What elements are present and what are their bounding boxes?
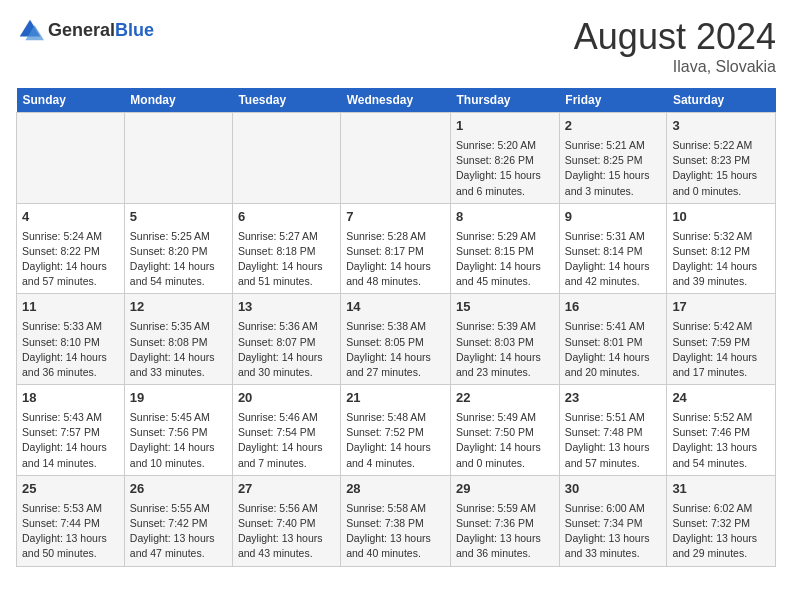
cell-content-line: Sunrise: 5:52 AM bbox=[672, 410, 770, 425]
day-number: 9 bbox=[565, 208, 662, 227]
cell-content-line: Sunrise: 5:33 AM bbox=[22, 319, 119, 334]
weekday-header-row: SundayMondayTuesdayWednesdayThursdayFrid… bbox=[17, 88, 776, 113]
cell-content-line: Sunset: 7:59 PM bbox=[672, 335, 770, 350]
cell-content-line: Daylight: 14 hours bbox=[130, 259, 227, 274]
cell-content-line: and 57 minutes. bbox=[565, 456, 662, 471]
day-number: 8 bbox=[456, 208, 554, 227]
calendar-cell: 7Sunrise: 5:28 AMSunset: 8:17 PMDaylight… bbox=[341, 203, 451, 294]
calendar-cell: 21Sunrise: 5:48 AMSunset: 7:52 PMDayligh… bbox=[341, 385, 451, 476]
calendar-cell: 8Sunrise: 5:29 AMSunset: 8:15 PMDaylight… bbox=[451, 203, 560, 294]
cell-content-line: Daylight: 14 hours bbox=[346, 350, 445, 365]
day-number: 19 bbox=[130, 389, 227, 408]
cell-content-line: and 51 minutes. bbox=[238, 274, 335, 289]
day-number: 5 bbox=[130, 208, 227, 227]
cell-content-line: Sunrise: 5:43 AM bbox=[22, 410, 119, 425]
cell-content-line: Daylight: 13 hours bbox=[672, 440, 770, 455]
calendar-cell bbox=[341, 113, 451, 204]
cell-content-line: Sunrise: 5:58 AM bbox=[346, 501, 445, 516]
calendar-cell: 13Sunrise: 5:36 AMSunset: 8:07 PMDayligh… bbox=[232, 294, 340, 385]
cell-content-line: and 10 minutes. bbox=[130, 456, 227, 471]
calendar-cell: 17Sunrise: 5:42 AMSunset: 7:59 PMDayligh… bbox=[667, 294, 776, 385]
cell-content-line: Sunset: 7:54 PM bbox=[238, 425, 335, 440]
cell-content-line: and 33 minutes. bbox=[130, 365, 227, 380]
cell-content-line: Sunset: 8:03 PM bbox=[456, 335, 554, 350]
logo-icon bbox=[16, 16, 44, 44]
cell-content-line: Daylight: 13 hours bbox=[238, 531, 335, 546]
cell-content-line: Sunrise: 5:27 AM bbox=[238, 229, 335, 244]
cell-content-line: and 7 minutes. bbox=[238, 456, 335, 471]
day-number: 14 bbox=[346, 298, 445, 317]
weekday-header-sunday: Sunday bbox=[17, 88, 125, 113]
cell-content-line: Sunset: 8:17 PM bbox=[346, 244, 445, 259]
cell-content-line: Daylight: 14 hours bbox=[672, 350, 770, 365]
cell-content-line: Sunrise: 5:31 AM bbox=[565, 229, 662, 244]
cell-content-line: Sunset: 8:10 PM bbox=[22, 335, 119, 350]
cell-content-line: Sunset: 8:22 PM bbox=[22, 244, 119, 259]
cell-content-line: Daylight: 14 hours bbox=[130, 440, 227, 455]
cell-content-line: Sunset: 8:05 PM bbox=[346, 335, 445, 350]
cell-content-line: and 27 minutes. bbox=[346, 365, 445, 380]
cell-content-line: and 50 minutes. bbox=[22, 546, 119, 561]
cell-content-line: and 48 minutes. bbox=[346, 274, 445, 289]
cell-content-line: Sunrise: 5:38 AM bbox=[346, 319, 445, 334]
day-number: 4 bbox=[22, 208, 119, 227]
day-number: 18 bbox=[22, 389, 119, 408]
day-number: 30 bbox=[565, 480, 662, 499]
cell-content-line: Sunset: 7:34 PM bbox=[565, 516, 662, 531]
cell-content-line: Sunset: 7:46 PM bbox=[672, 425, 770, 440]
day-number: 22 bbox=[456, 389, 554, 408]
cell-content-line: Sunrise: 5:55 AM bbox=[130, 501, 227, 516]
cell-content-line: Daylight: 14 hours bbox=[238, 350, 335, 365]
cell-content-line: Sunset: 8:20 PM bbox=[130, 244, 227, 259]
cell-content-line: and 54 minutes. bbox=[672, 456, 770, 471]
cell-content-line: Sunrise: 5:21 AM bbox=[565, 138, 662, 153]
cell-content-line: Sunrise: 5:39 AM bbox=[456, 319, 554, 334]
day-number: 1 bbox=[456, 117, 554, 136]
cell-content-line: and 36 minutes. bbox=[22, 365, 119, 380]
cell-content-line: Sunrise: 5:53 AM bbox=[22, 501, 119, 516]
cell-content-line: and 45 minutes. bbox=[456, 274, 554, 289]
cell-content-line: Sunrise: 5:28 AM bbox=[346, 229, 445, 244]
day-number: 13 bbox=[238, 298, 335, 317]
calendar-cell: 3Sunrise: 5:22 AMSunset: 8:23 PMDaylight… bbox=[667, 113, 776, 204]
cell-content-line: Sunrise: 5:45 AM bbox=[130, 410, 227, 425]
cell-content-line: Daylight: 13 hours bbox=[22, 531, 119, 546]
calendar-cell: 19Sunrise: 5:45 AMSunset: 7:56 PMDayligh… bbox=[124, 385, 232, 476]
cell-content-line: Sunset: 7:42 PM bbox=[130, 516, 227, 531]
cell-content-line: Sunset: 8:12 PM bbox=[672, 244, 770, 259]
weekday-header-wednesday: Wednesday bbox=[341, 88, 451, 113]
calendar-cell: 14Sunrise: 5:38 AMSunset: 8:05 PMDayligh… bbox=[341, 294, 451, 385]
cell-content-line: Sunset: 8:07 PM bbox=[238, 335, 335, 350]
calendar-table: SundayMondayTuesdayWednesdayThursdayFrid… bbox=[16, 88, 776, 567]
weekday-header-friday: Friday bbox=[559, 88, 667, 113]
cell-content-line: Sunset: 7:52 PM bbox=[346, 425, 445, 440]
cell-content-line: Sunset: 8:25 PM bbox=[565, 153, 662, 168]
cell-content-line: Daylight: 13 hours bbox=[456, 531, 554, 546]
title-area: August 2024 Ilava, Slovakia bbox=[574, 16, 776, 76]
cell-content-line: Sunrise: 5:29 AM bbox=[456, 229, 554, 244]
cell-content-line: Daylight: 14 hours bbox=[565, 259, 662, 274]
cell-content-line: Sunset: 8:14 PM bbox=[565, 244, 662, 259]
cell-content-line: and 47 minutes. bbox=[130, 546, 227, 561]
cell-content-line: and 20 minutes. bbox=[565, 365, 662, 380]
cell-content-line: Daylight: 14 hours bbox=[456, 440, 554, 455]
calendar-week-2: 4Sunrise: 5:24 AMSunset: 8:22 PMDaylight… bbox=[17, 203, 776, 294]
cell-content-line: Sunrise: 5:20 AM bbox=[456, 138, 554, 153]
location-title: Ilava, Slovakia bbox=[574, 58, 776, 76]
day-number: 24 bbox=[672, 389, 770, 408]
calendar-week-4: 18Sunrise: 5:43 AMSunset: 7:57 PMDayligh… bbox=[17, 385, 776, 476]
cell-content-line: Daylight: 14 hours bbox=[22, 259, 119, 274]
cell-content-line: and 33 minutes. bbox=[565, 546, 662, 561]
cell-content-line: and 0 minutes. bbox=[672, 184, 770, 199]
cell-content-line: Sunrise: 6:00 AM bbox=[565, 501, 662, 516]
calendar-cell bbox=[124, 113, 232, 204]
calendar-cell: 6Sunrise: 5:27 AMSunset: 8:18 PMDaylight… bbox=[232, 203, 340, 294]
cell-content-line: and 57 minutes. bbox=[22, 274, 119, 289]
cell-content-line: Sunrise: 5:56 AM bbox=[238, 501, 335, 516]
cell-content-line: Sunset: 8:01 PM bbox=[565, 335, 662, 350]
cell-content-line: Sunset: 7:57 PM bbox=[22, 425, 119, 440]
calendar-week-3: 11Sunrise: 5:33 AMSunset: 8:10 PMDayligh… bbox=[17, 294, 776, 385]
calendar-cell: 2Sunrise: 5:21 AMSunset: 8:25 PMDaylight… bbox=[559, 113, 667, 204]
calendar-body: 1Sunrise: 5:20 AMSunset: 8:26 PMDaylight… bbox=[17, 113, 776, 567]
cell-content-line: and 36 minutes. bbox=[456, 546, 554, 561]
